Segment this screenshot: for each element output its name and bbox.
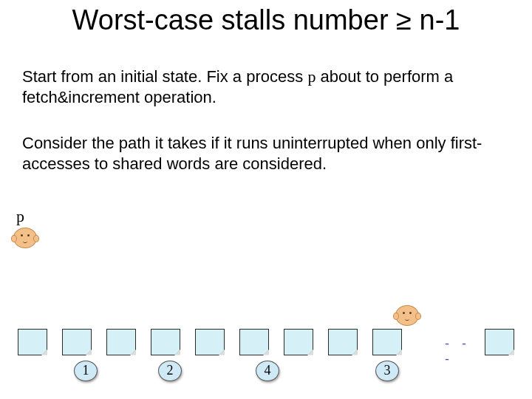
paragraph-1: Start from an initial state. Fix a proce… [22, 66, 495, 107]
shared-word-box [372, 329, 402, 355]
shared-word-box [18, 329, 47, 355]
shared-word-box [195, 329, 225, 355]
paragraph-1-part-a: Start from an initial state. Fix a proce… [22, 67, 307, 86]
step-badge: 3 [375, 361, 399, 381]
slide-title: Worst-case stalls number ≥ n-1 [0, 4, 532, 36]
slide: Worst-case stalls number ≥ n-1 Start fro… [0, 0, 532, 399]
shared-word-box [328, 329, 358, 355]
ellipsis: - - - [445, 336, 482, 367]
shared-word-box [284, 329, 313, 355]
shared-word-box [106, 329, 136, 355]
step-badge: 2 [158, 361, 182, 381]
shared-word-box [151, 329, 180, 355]
paragraph-2: Consider the path it takes if it runs un… [22, 133, 495, 174]
process-p-label: p [16, 207, 24, 226]
step-badge: 4 [256, 361, 279, 381]
shared-word-box [62, 329, 92, 355]
shared-word-box [485, 329, 514, 355]
step-badge: 1 [74, 361, 98, 381]
paragraph-1-process-p: p [307, 67, 316, 86]
shared-word-box [239, 329, 269, 355]
face-icon-other [395, 305, 419, 326]
face-icon-p [13, 228, 37, 248]
